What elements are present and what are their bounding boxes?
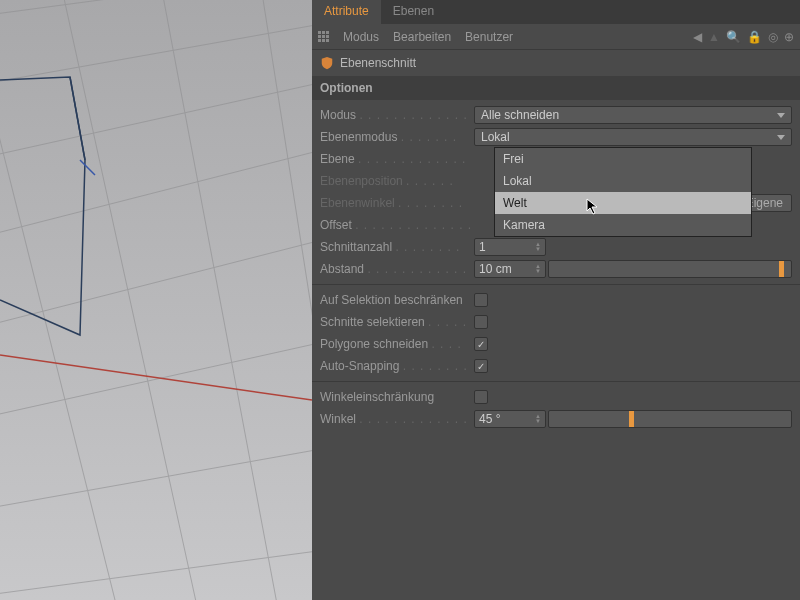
shield-icon	[320, 56, 334, 70]
viewport-grid	[0, 0, 312, 600]
label-plane-position: Ebenenposition	[320, 174, 403, 188]
svg-line-6	[0, 435, 312, 515]
svg-line-8	[0, 0, 120, 600]
tab-layers[interactable]: Ebenen	[381, 0, 446, 24]
input-cut-count[interactable]: 1▲▼	[474, 238, 546, 256]
svg-line-3	[0, 130, 312, 245]
menu-user[interactable]: Benutzer	[465, 30, 513, 44]
plane-mode-popup: Frei Lokal Welt Kamera	[494, 147, 752, 237]
popup-item-lokal[interactable]: Lokal	[495, 170, 751, 192]
3d-viewport[interactable]	[0, 0, 312, 600]
tool-name: Ebenenschnitt	[340, 56, 416, 70]
label-auto-snap: Auto-Snapping	[320, 359, 399, 373]
tool-header: Ebenenschnitt	[312, 50, 800, 76]
chevron-down-icon	[777, 135, 785, 140]
checkbox-auto-snap[interactable]: ✓	[474, 359, 488, 373]
checkbox-cut-polys[interactable]: ✓	[474, 337, 488, 351]
label-select-cuts: Schnitte selektieren	[320, 315, 425, 329]
chevron-down-icon	[777, 113, 785, 118]
search-icon[interactable]: 🔍	[726, 30, 741, 44]
svg-line-12	[70, 77, 85, 160]
label-cut-count: Schnittanzahl	[320, 240, 392, 254]
popup-item-kamera[interactable]: Kamera	[495, 214, 751, 236]
svg-line-0	[0, 0, 312, 20]
checkbox-select-cuts[interactable]	[474, 315, 488, 329]
svg-line-4	[0, 220, 312, 335]
label-angle: Winkel	[320, 412, 356, 426]
panel-tabs: Attribute Ebenen	[312, 0, 800, 24]
grid-icon[interactable]	[318, 31, 329, 42]
cube-wireframe	[0, 77, 85, 335]
z-axis	[80, 160, 95, 175]
target-icon[interactable]: ◎	[768, 30, 778, 44]
label-spacing: Abstand	[320, 262, 364, 276]
label-mode: Modus	[320, 108, 356, 122]
label-plane-mode: Ebenenmodus	[320, 130, 397, 144]
svg-line-5	[0, 325, 312, 425]
label-angle-constrain: Winkeleinschränkung	[320, 390, 434, 404]
attribute-menubar: Modus Bearbeiten Benutzer ◀ ▲ 🔍 🔒 ◎ ⊕	[312, 24, 800, 50]
dropdown-mode[interactable]: Alle schneiden	[474, 106, 792, 124]
section-options: Optionen	[312, 76, 800, 100]
svg-line-7	[0, 540, 312, 600]
input-spacing[interactable]: 10 cm▲▼	[474, 260, 546, 278]
popup-item-frei[interactable]: Frei	[495, 148, 751, 170]
input-angle[interactable]: 45 °▲▼	[474, 410, 546, 428]
label-restrict-sel: Auf Selektion beschränken	[320, 293, 463, 307]
svg-line-2	[0, 65, 312, 165]
label-plane-angle: Ebenenwinkel	[320, 196, 395, 210]
label-offset: Offset	[320, 218, 352, 232]
tab-attribute[interactable]: Attribute	[312, 0, 381, 24]
lock-icon[interactable]: 🔒	[747, 30, 762, 44]
checkbox-restrict-sel[interactable]	[474, 293, 488, 307]
menu-edit[interactable]: Bearbeiten	[393, 30, 451, 44]
label-cut-polys: Polygone schneiden	[320, 337, 428, 351]
attribute-panel: Attribute Ebenen Modus Bearbeiten Benutz…	[312, 0, 800, 600]
menu-mode[interactable]: Modus	[343, 30, 379, 44]
slider-spacing[interactable]	[548, 260, 792, 278]
label-plane: Ebene	[320, 152, 355, 166]
up-icon[interactable]: ▲	[708, 30, 720, 44]
back-icon[interactable]: ◀	[693, 30, 702, 44]
popup-item-welt[interactable]: Welt	[495, 192, 751, 214]
checkbox-angle-constrain[interactable]	[474, 390, 488, 404]
slider-angle[interactable]	[548, 410, 792, 428]
dropdown-plane-mode[interactable]: Lokal	[474, 128, 792, 146]
svg-line-10	[160, 0, 280, 600]
x-axis	[0, 355, 312, 400]
add-icon[interactable]: ⊕	[784, 30, 794, 44]
